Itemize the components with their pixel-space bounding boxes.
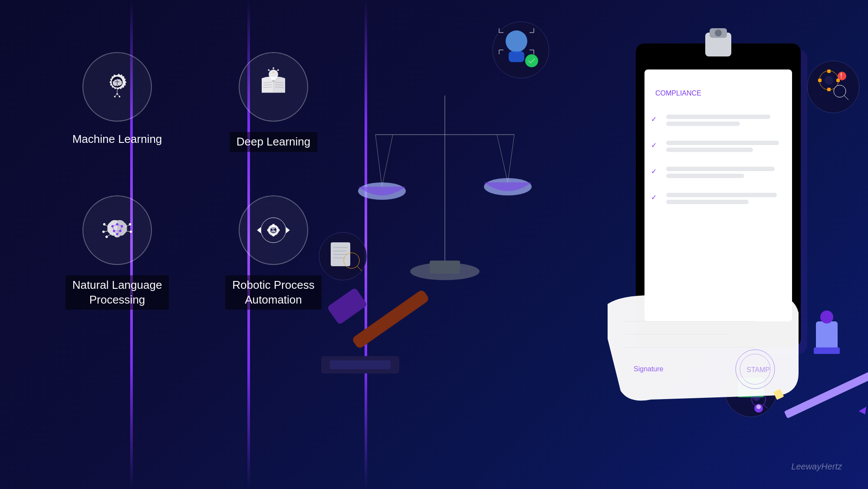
svg-line-6: [117, 94, 119, 96]
svg-line-5: [115, 94, 117, 96]
nlp-circle: [82, 195, 152, 265]
svg-point-60: [525, 54, 538, 67]
svg-line-75: [375, 135, 382, 187]
svg-line-78: [508, 135, 514, 182]
svg-rect-134: [814, 347, 840, 354]
svg-rect-81: [430, 261, 460, 274]
svg-rect-119: [666, 174, 744, 178]
svg-rect-66: [818, 79, 822, 82]
svg-rect-83: [327, 287, 368, 325]
svg-point-47: [130, 231, 132, 233]
rpa-icon: [254, 211, 293, 250]
svg-text:✓: ✓: [651, 168, 657, 175]
svg-line-42: [107, 234, 111, 236]
svg-rect-65: [827, 88, 831, 91]
svg-rect-116: [666, 148, 753, 152]
svg-rect-112: [666, 115, 770, 119]
svg-point-58: [506, 30, 527, 52]
svg-text:COMPLIANCE: COMPLIANCE: [655, 89, 701, 97]
svg-point-63: [825, 76, 833, 85]
machine-learning-circle: [82, 52, 152, 122]
svg-rect-133: [816, 321, 838, 350]
svg-rect-82: [351, 289, 430, 349]
svg-line-77: [497, 135, 508, 182]
nlp-icon: [98, 211, 137, 250]
svg-rect-85: [330, 360, 391, 369]
svg-text:!: !: [840, 72, 842, 79]
svg-rect-53: [272, 233, 274, 236]
svg-point-16: [273, 67, 274, 69]
svg-rect-122: [666, 200, 749, 204]
nlp-label: Natural LanguageProcessing: [66, 275, 169, 310]
svg-point-56: [272, 226, 275, 229]
svg-rect-64: [827, 69, 831, 73]
main-illustration: !: [295, 0, 868, 489]
svg-rect-113: [666, 122, 740, 126]
svg-marker-131: [858, 406, 868, 416]
machine-learning-label: Machine Learning: [72, 132, 162, 147]
svg-point-61: [807, 61, 859, 113]
svg-text:✓: ✓: [651, 116, 657, 123]
svg-text:✓: ✓: [651, 194, 657, 201]
svg-text:STAMP: STAMP: [746, 366, 770, 373]
svg-point-109: [715, 30, 722, 36]
svg-point-39: [103, 223, 105, 225]
svg-text:Signature: Signature: [634, 365, 664, 373]
watermark: LeewayHertz: [791, 462, 842, 472]
svg-rect-54: [267, 229, 270, 231]
illustration-section: !: [295, 0, 868, 489]
svg-rect-121: [666, 193, 777, 197]
svg-point-8: [119, 96, 121, 98]
svg-rect-115: [666, 141, 779, 145]
nlp-item: Natural LanguageProcessing: [52, 195, 182, 310]
deep-learning-icon: [254, 67, 293, 106]
svg-marker-49: [257, 227, 261, 233]
svg-point-45: [129, 223, 131, 225]
svg-point-41: [102, 231, 105, 233]
machine-learning-icon: [98, 67, 137, 106]
svg-marker-48: [286, 227, 290, 233]
machine-learning-item: Machine Learning: [52, 52, 182, 152]
svg-point-103: [756, 405, 761, 409]
svg-rect-118: [666, 167, 775, 171]
svg-point-43: [105, 235, 108, 238]
svg-rect-55: [276, 229, 279, 231]
svg-point-17: [268, 69, 270, 71]
svg-point-135: [820, 311, 833, 324]
svg-point-18: [277, 69, 279, 71]
svg-text:✓: ✓: [651, 142, 657, 149]
svg-line-74: [382, 135, 393, 187]
svg-rect-59: [509, 51, 524, 62]
svg-point-7: [114, 96, 116, 98]
